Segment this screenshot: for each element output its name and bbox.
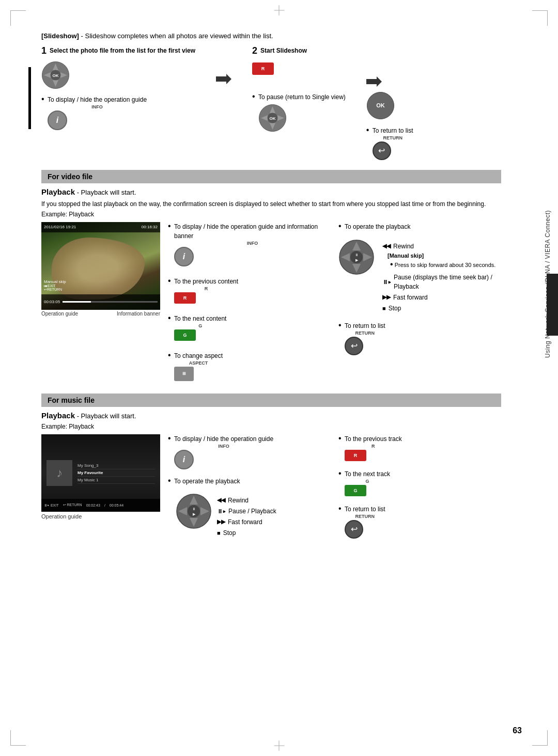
bullet-return-video: • To return to list RETURN ↩: [338, 321, 501, 355]
music-control-labels: ◀◀ Rewind ⏸▶ Pause / Playback ▶▶ Fast fo…: [217, 496, 276, 538]
page-container: [Slideshow] - Slideshow completes when a…: [0, 0, 558, 756]
green-button-next-track[interactable]: G: [345, 485, 366, 496]
svg-text:OK: OK: [53, 73, 59, 78]
svg-text:OK: OK: [270, 116, 276, 121]
video-layout: 2011/02/16 19:21 00:16:32 Manual skip ⏮E…: [41, 222, 501, 383]
video-confirm-text: If you stopped the last playback on the …: [41, 199, 501, 209]
step3: OK • To return to list RETURN ↩: [366, 45, 413, 162]
step1: 1 Select the photo file from the list fo…: [41, 45, 195, 132]
video-playback-controls: ⏸ ▶ ◀◀ Rewind [Manual skip] • Pre: [338, 239, 501, 313]
music-example-label: Example: Playback: [41, 423, 501, 430]
video-screenshot: 2011/02/16 19:21 00:16:32 Manual skip ⏮E…: [41, 222, 160, 310]
music-icon-area: ♪: [47, 460, 72, 486]
ok-button-slideshow-end[interactable]: OK: [366, 91, 395, 120]
svg-text:⏸: ⏸: [192, 507, 196, 511]
aspect-button-video[interactable]: ⊞: [174, 367, 194, 381]
steps-row: 1 Select the photo file from the list fo…: [41, 45, 501, 162]
red-button-prev-video[interactable]: R: [174, 292, 196, 304]
info-button-music[interactable]: i: [174, 450, 194, 469]
screenshot-labels: Operation guide Information banner: [41, 311, 160, 317]
info-button-slideshow[interactable]: i: [48, 111, 67, 130]
bullet-prev-track: • To the previous track R R: [338, 434, 501, 461]
video-screenshot-col: 2011/02/16 19:21 00:16:32 Manual skip ⏮E…: [41, 222, 160, 383]
slideshow-intro: [Slideshow] - Slideshow completes when a…: [41, 31, 501, 41]
video-dpad[interactable]: ⏸ ▶: [338, 239, 375, 275]
main-content: [Slideshow] - Slideshow completes when a…: [41, 31, 527, 541]
bullet-display-video: • To display / hide the operation guide …: [168, 222, 331, 266]
dpad-button[interactable]: OK: [41, 61, 70, 89]
return-button-video[interactable]: ↩: [345, 337, 363, 355]
music-section-header: For music file: [41, 393, 501, 407]
return-button-slideshow[interactable]: ↩: [373, 141, 391, 160]
bullet-next-track: • To the next track G G: [338, 469, 501, 496]
bullet-operate-music: • To operate the playback: [168, 477, 331, 486]
music-bottom-bar: ⏸▶ EXIT ↩ RETURN 00:02:43 / 00:05:44: [41, 499, 160, 512]
music-playback-title: Playback - Playback will start.: [41, 411, 501, 420]
page-number: 63: [513, 726, 522, 735]
video-section-header: For video file: [41, 170, 501, 183]
step2: 2 Start Slideshow R • To pause (return t…: [252, 45, 346, 136]
bullet-prev-video: • To the previous content R R: [168, 277, 331, 304]
music-list-item-1: My Song_3: [78, 462, 155, 469]
bullet-display-music: • To display / hide the operation guide …: [168, 434, 331, 469]
red-button-slideshow[interactable]: R: [252, 62, 274, 75]
video-middle-col: • To display / hide the operation guide …: [168, 222, 331, 383]
music-right-col: • To the previous track R R • To the nex…: [338, 434, 501, 541]
music-playback-controls: ⏸ ▶ ◀◀ Rewind ⏸▶ Pause / Playback: [176, 493, 331, 538]
music-layout: ♪ My Song_3 My Favourite My Music 1: [41, 434, 501, 541]
bullet-pause: • To pause (return to Single view): [252, 92, 346, 134]
video-example-label: Example: Playback: [41, 211, 501, 218]
video-right-col: • To operate the playback: [338, 222, 501, 383]
ok-dpad-slideshow[interactable]: OK: [258, 104, 287, 132]
music-dpad[interactable]: ⏸ ▶: [176, 493, 212, 529]
bullet-return-slideshow: • To return to list RETURN ↩: [366, 126, 413, 160]
music-list-item-3: My Music 1: [78, 477, 155, 484]
video-overlay-top: 2011/02/16 19:21 00:16:32: [41, 222, 160, 232]
video-progress-fill: [63, 301, 91, 303]
bullet-display-guide: • To display / hide the operation guide …: [41, 95, 147, 130]
bullet-aspect-video: • To change aspect ASPECT ⊞: [168, 351, 331, 381]
svg-text:⏸: ⏸: [355, 253, 359, 257]
return-button-music[interactable]: ↩: [345, 520, 363, 539]
video-playback-labels: ◀◀ Rewind [Manual skip] • Press to skip …: [380, 242, 501, 313]
music-middle-col: • To display / hide the operation guide …: [168, 434, 331, 541]
red-button-prev-track[interactable]: R: [345, 450, 366, 461]
music-list-item-2: My Favourite: [78, 469, 155, 477]
video-progress-bar: [63, 301, 158, 303]
bullet-operate-video: • To operate the playback: [338, 222, 501, 231]
svg-marker-15: [366, 76, 382, 87]
bullet-return-music: • To return to list RETURN ↩: [338, 505, 501, 539]
green-button-next-video[interactable]: G: [174, 329, 196, 341]
video-controls-overlay: Manual skip ⏮EXIT ↩RETURN: [44, 279, 66, 292]
music-list-area: My Song_3 My Favourite My Music 1: [78, 462, 155, 484]
step-arrow: [216, 45, 231, 84]
video-overlay-bottom: 00:03:05: [41, 294, 160, 310]
manual-skip-text: • Press to skip forward about 30 seconds…: [388, 260, 501, 269]
svg-marker-7: [216, 74, 231, 84]
video-playback-title: Playback - Playback will start.: [41, 187, 501, 196]
music-screenshot-col: ♪ My Song_3 My Favourite My Music 1: [41, 434, 160, 541]
music-screenshot: ♪ My Song_3 My Favourite My Music 1: [41, 434, 160, 512]
music-op-guide-label: Operation guide: [41, 513, 160, 519]
svg-text:OK: OK: [376, 102, 385, 108]
info-button-video[interactable]: i: [174, 247, 194, 266]
bullet-next-video: • To the next content G G: [168, 314, 331, 341]
